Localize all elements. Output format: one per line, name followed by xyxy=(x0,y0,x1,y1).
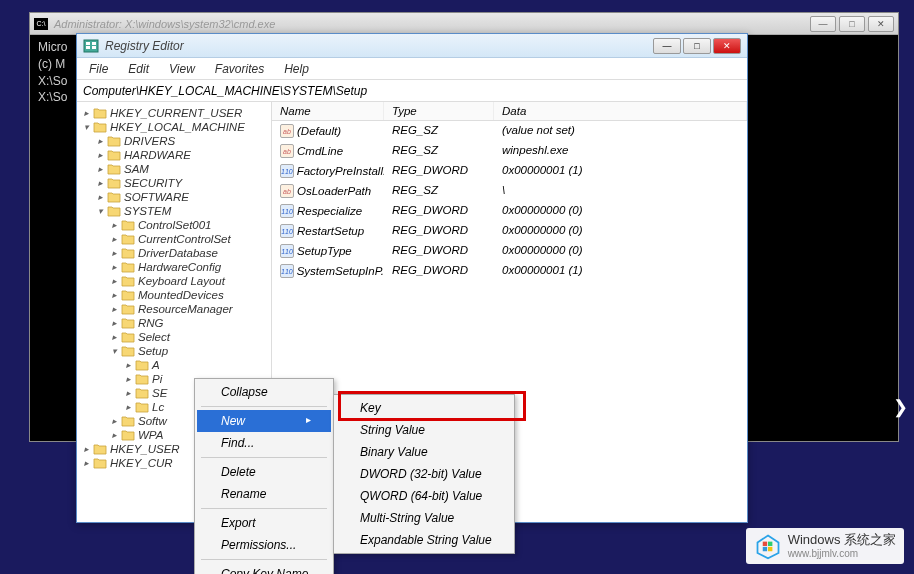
tree-system-driverdatabase[interactable]: ▸DriverDatabase xyxy=(77,246,271,260)
value-row[interactable]: 110SetupTypeREG_DWORD0x00000000 (0) xyxy=(272,241,747,261)
tree-hklm-software[interactable]: ▸SOFTWARE xyxy=(77,190,271,204)
separator xyxy=(201,559,327,560)
context-export[interactable]: Export xyxy=(197,512,331,534)
menu-help[interactable]: Help xyxy=(276,60,317,78)
submenu-qword[interactable]: QWORD (64-bit) Value xyxy=(336,485,512,507)
tree-hklm[interactable]: ▾HKEY_LOCAL_MACHINE xyxy=(77,120,271,134)
tree-toggle-icon[interactable]: ▸ xyxy=(81,108,92,119)
value-row[interactable]: 110RestartSetupREG_DWORD0x00000000 (0) xyxy=(272,221,747,241)
context-rename[interactable]: Rename xyxy=(197,483,331,505)
dword-value-icon: 110 xyxy=(280,224,294,238)
minimize-button[interactable]: — xyxy=(653,38,681,54)
column-type[interactable]: Type xyxy=(384,102,494,120)
tree-label: MountedDevices xyxy=(138,289,224,301)
menu-file[interactable]: File xyxy=(81,60,116,78)
submenu-dword[interactable]: DWORD (32-bit) Value xyxy=(336,463,512,485)
column-data[interactable]: Data xyxy=(494,102,747,120)
context-find[interactable]: Find... xyxy=(197,432,331,454)
tree-toggle-icon[interactable]: ▸ xyxy=(109,304,120,315)
minimize-button[interactable]: — xyxy=(810,16,836,32)
tree-toggle-icon[interactable]: ▸ xyxy=(123,402,134,413)
context-permissions[interactable]: Permissions... xyxy=(197,534,331,556)
tree-toggle-icon[interactable]: ▸ xyxy=(109,318,120,329)
tree-toggle-icon[interactable]: ▸ xyxy=(109,262,120,273)
menubar: File Edit View Favorites Help xyxy=(77,58,747,80)
value-row[interactable]: ab(Default)REG_SZ(value not set) xyxy=(272,121,747,141)
tree-system-mounteddevices[interactable]: ▸MountedDevices xyxy=(77,288,271,302)
tree-toggle-icon[interactable]: ▸ xyxy=(95,150,106,161)
value-row[interactable]: abOsLoaderPathREG_SZ\ xyxy=(272,181,747,201)
string-value-icon: ab xyxy=(280,144,294,158)
tree-system-setup[interactable]: ▾Setup xyxy=(77,344,271,358)
tree-toggle-icon[interactable]: ▸ xyxy=(109,290,120,301)
submenu-string[interactable]: String Value xyxy=(336,419,512,441)
tree-toggle-icon[interactable]: ▸ xyxy=(109,220,120,231)
tree-toggle-icon[interactable]: ▸ xyxy=(109,332,120,343)
tree-label: RNG xyxy=(138,317,164,329)
tree-system-rng[interactable]: ▸RNG xyxy=(77,316,271,330)
tree-toggle-icon[interactable]: ▸ xyxy=(81,444,92,455)
tree-toggle-icon[interactable]: ▸ xyxy=(95,136,106,147)
tree-system-resourcemanager[interactable]: ▸ResourceManager xyxy=(77,302,271,316)
tree-system-keyboardlayout[interactable]: ▸Keyboard Layout xyxy=(77,274,271,288)
tree-hklm-hardware[interactable]: ▸HARDWARE xyxy=(77,148,271,162)
tree-hkcu[interactable]: ▸HKEY_CURRENT_USER xyxy=(77,106,271,120)
tree-toggle-icon[interactable]: ▸ xyxy=(95,192,106,203)
tree-toggle-icon[interactable]: ▾ xyxy=(81,122,92,133)
tree-hklm-system[interactable]: ▾SYSTEM xyxy=(77,204,271,218)
tree-toggle-icon[interactable]: ▸ xyxy=(109,416,120,427)
value-name: SetupType xyxy=(297,245,352,257)
tree-setup-a[interactable]: ▸A xyxy=(77,358,271,372)
context-delete[interactable]: Delete xyxy=(197,461,331,483)
context-collapse[interactable]: Collapse xyxy=(197,381,331,403)
tree-toggle-icon[interactable]: ▸ xyxy=(109,248,120,259)
maximize-button[interactable]: □ xyxy=(839,16,865,32)
menu-view[interactable]: View xyxy=(161,60,203,78)
value-type: REG_DWORD xyxy=(384,163,494,179)
tree-hklm-drivers[interactable]: ▸DRIVERS xyxy=(77,134,271,148)
value-row[interactable]: abCmdLineREG_SZwinpeshl.exe xyxy=(272,141,747,161)
value-row[interactable]: 110RespecializeREG_DWORD0x00000000 (0) xyxy=(272,201,747,221)
tree-toggle-icon[interactable]: ▸ xyxy=(81,458,92,469)
address-bar[interactable] xyxy=(77,80,747,102)
column-name[interactable]: Name xyxy=(272,102,384,120)
submenu-key[interactable]: Key xyxy=(336,397,512,419)
tree-label: HKEY_CURRENT_USER xyxy=(110,107,242,119)
folder-icon xyxy=(121,415,135,427)
tree-toggle-icon[interactable]: ▾ xyxy=(109,346,120,357)
tree-toggle-icon[interactable]: ▸ xyxy=(109,276,120,287)
tree-toggle-icon[interactable]: ▾ xyxy=(95,206,106,217)
tree-system-currentcontrolset[interactable]: ▸CurrentControlSet xyxy=(77,232,271,246)
svg-rect-2 xyxy=(86,46,90,49)
value-row[interactable]: 110FactoryPreInstall...REG_DWORD0x000000… xyxy=(272,161,747,181)
submenu-expandable-string[interactable]: Expandable String Value xyxy=(336,529,512,551)
tree-toggle-icon[interactable]: ▸ xyxy=(95,178,106,189)
submenu-multi-string[interactable]: Multi-String Value xyxy=(336,507,512,529)
address-input[interactable] xyxy=(83,84,741,98)
menu-favorites[interactable]: Favorites xyxy=(207,60,272,78)
close-button[interactable]: ✕ xyxy=(713,38,741,54)
tree-system-select[interactable]: ▸Select xyxy=(77,330,271,344)
tree-toggle-icon[interactable]: ▸ xyxy=(95,164,106,175)
maximize-button[interactable]: □ xyxy=(683,38,711,54)
close-button[interactable]: ✕ xyxy=(868,16,894,32)
new-submenu: Key String Value Binary Value DWORD (32-… xyxy=(333,394,515,554)
tree-toggle-icon[interactable]: ▸ xyxy=(109,430,120,441)
tree-toggle-icon[interactable]: ▸ xyxy=(123,374,134,385)
context-copy-key-name[interactable]: Copy Key Name xyxy=(197,563,331,574)
next-arrow-icon[interactable]: ❯ xyxy=(887,390,914,424)
tree-toggle-icon[interactable]: ▸ xyxy=(123,388,134,399)
string-value-icon: ab xyxy=(280,124,294,138)
tree-system-controlset001[interactable]: ▸ControlSet001 xyxy=(77,218,271,232)
tree-hklm-security[interactable]: ▸SECURITY xyxy=(77,176,271,190)
tree-hklm-sam[interactable]: ▸SAM xyxy=(77,162,271,176)
value-row[interactable]: 110SystemSetupInP...REG_DWORD0x00000001 … xyxy=(272,261,747,281)
value-name: SystemSetupInP... xyxy=(297,265,384,277)
tree-toggle-icon[interactable]: ▸ xyxy=(109,234,120,245)
dword-value-icon: 110 xyxy=(280,244,294,258)
tree-system-hardwareconfig[interactable]: ▸HardwareConfig xyxy=(77,260,271,274)
submenu-binary[interactable]: Binary Value xyxy=(336,441,512,463)
tree-toggle-icon[interactable]: ▸ xyxy=(123,360,134,371)
menu-edit[interactable]: Edit xyxy=(120,60,157,78)
context-new[interactable]: New xyxy=(197,410,331,432)
